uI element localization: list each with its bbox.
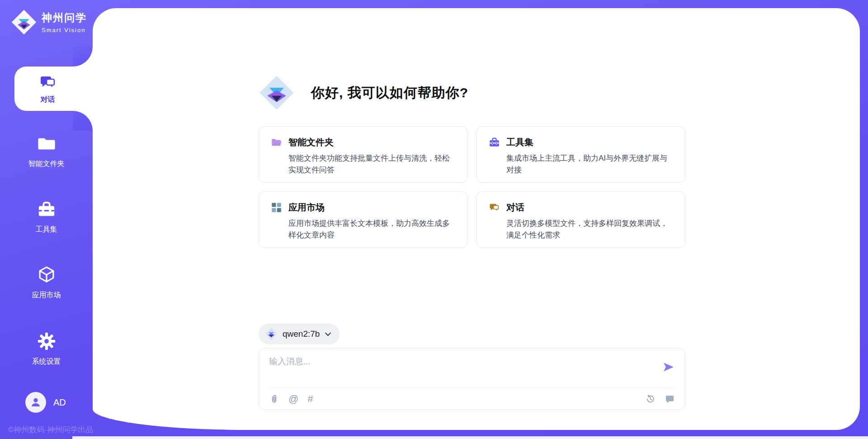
grid-icon xyxy=(271,202,282,213)
chat-bubbles-icon xyxy=(489,202,500,213)
card-chat[interactable]: 对话 灵活切换多模型文件，支持多样回复效果调试，满足个性化需求 xyxy=(476,191,685,248)
card-description: 集成市场上主流工具，助力AI与外界无缝扩展与对接 xyxy=(506,153,673,176)
gear-icon xyxy=(37,332,56,351)
copyright-text: ©神州数码·神州问学出品 xyxy=(8,425,93,435)
avatar xyxy=(25,392,46,413)
at-icon: @ xyxy=(288,394,298,404)
toolbox-icon xyxy=(37,200,56,219)
composer-divider xyxy=(268,387,676,388)
card-title: 工具集 xyxy=(506,136,533,148)
brand-logo: 神州问学 Smart Vision xyxy=(11,9,87,35)
attach-file-button[interactable] xyxy=(269,394,279,404)
model-logo-icon xyxy=(265,328,278,340)
brand-diamond-icon xyxy=(11,9,37,35)
new-chat-button[interactable] xyxy=(665,394,675,404)
message-composer: @ # xyxy=(259,348,685,410)
card-title: 对话 xyxy=(506,201,524,214)
horizontal-scrollbar[interactable] xyxy=(72,436,868,439)
history-button[interactable] xyxy=(645,394,656,404)
user-name: AD xyxy=(53,397,66,408)
tab-concave-corner-bottom xyxy=(73,111,93,131)
sidebar-item-settings[interactable]: 系统设置 xyxy=(0,332,93,367)
chat-bubbles-icon xyxy=(39,73,57,91)
sidebar: 神州问学 Smart Vision 对话 智能文件夹 工具集 xyxy=(0,0,93,439)
model-name: qwen2:7b xyxy=(283,329,320,339)
greeting-text: 你好, 我可以如何帮助你? xyxy=(311,84,468,102)
card-title: 应用市场 xyxy=(288,201,325,214)
sidebar-item-label: 工具集 xyxy=(0,225,93,234)
user-account[interactable]: AD xyxy=(25,392,66,413)
card-description: 智能文件夹功能支持批量文件上传与清洗，轻松实现文件问答 xyxy=(288,153,455,176)
folder-open-icon xyxy=(271,137,282,148)
card-smart-folder[interactable]: 智能文件夹 智能文件夹功能支持批量文件上传与清洗，轻松实现文件问答 xyxy=(259,126,467,183)
greeting-row: 你好, 我可以如何帮助你? xyxy=(259,75,468,111)
main-panel: 你好, 我可以如何帮助你? 智能文件夹 智能文件夹功能支持批量文件上传与清洗，轻… xyxy=(93,8,860,430)
feature-cards: 智能文件夹 智能文件夹功能支持批量文件上传与清洗，轻松实现文件问答 工具集 集成… xyxy=(259,126,685,248)
toolbox-icon xyxy=(489,137,500,148)
folder-icon xyxy=(37,134,56,153)
message-input[interactable] xyxy=(269,356,653,384)
sidebar-item-toolset[interactable]: 工具集 xyxy=(0,200,93,234)
sidebar-item-app-market[interactable]: 应用市场 xyxy=(0,265,93,300)
hash-icon: # xyxy=(307,394,313,404)
mention-button[interactable]: @ xyxy=(288,394,298,404)
history-icon xyxy=(645,394,656,404)
sidebar-item-label: 对话 xyxy=(41,95,55,105)
user-avatar-icon xyxy=(29,396,42,409)
tab-concave-corner-top xyxy=(73,47,93,67)
chevron-down-icon xyxy=(325,332,331,337)
sidebar-item-label: 系统设置 xyxy=(0,357,93,367)
assistant-logo-icon xyxy=(259,75,295,111)
send-button[interactable] xyxy=(661,360,676,375)
chat-filled-icon xyxy=(665,394,675,404)
sidebar-item-label: 应用市场 xyxy=(0,291,93,300)
brand-subtitle: Smart Vision xyxy=(42,27,87,33)
card-description: 应用市场提供丰富长文本模板，助力高效生成多样化文章内容 xyxy=(288,218,455,241)
cube-icon xyxy=(37,265,56,284)
composer-toolbar: @ # xyxy=(269,394,675,404)
card-description: 灵活切换多模型文件，支持多样回复效果调试，满足个性化需求 xyxy=(506,218,673,241)
topic-button[interactable]: # xyxy=(307,394,313,404)
sidebar-item-chat[interactable]: 对话 xyxy=(14,67,93,111)
card-title: 智能文件夹 xyxy=(288,136,334,148)
card-app-market[interactable]: 应用市场 应用市场提供丰富长文本模板，助力高效生成多样化文章内容 xyxy=(259,191,467,248)
brand-name: 神州问学 xyxy=(42,11,87,25)
sidebar-item-label: 智能文件夹 xyxy=(0,159,93,169)
paperclip-icon xyxy=(269,394,279,404)
model-selector[interactable]: qwen2:7b xyxy=(259,324,340,344)
send-icon xyxy=(662,361,675,373)
card-toolset[interactable]: 工具集 集成市场上主流工具，助力AI与外界无缝扩展与对接 xyxy=(476,126,685,183)
sidebar-item-smart-folder[interactable]: 智能文件夹 xyxy=(0,134,93,169)
